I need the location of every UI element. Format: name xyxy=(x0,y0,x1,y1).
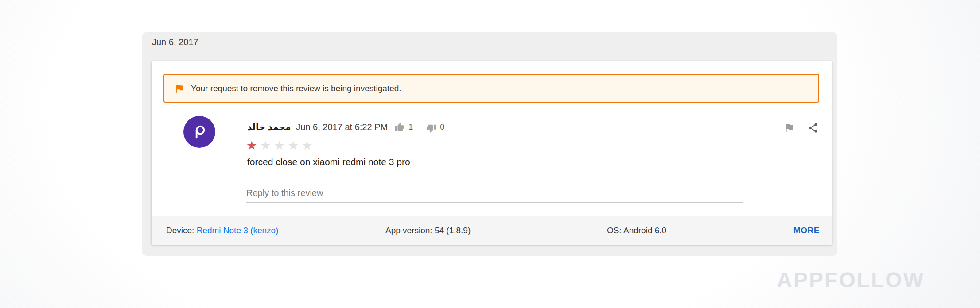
star-empty-icon: ★ xyxy=(288,139,302,152)
star-empty-icon: ★ xyxy=(302,139,315,152)
review-meta-footer: Device: Redmi Note 3 (kenzo) App version… xyxy=(152,216,832,245)
review-author: محمد خالد xyxy=(247,122,291,132)
alert-text: Your request to remove this review is be… xyxy=(191,84,401,93)
group-date-header: Jun 6, 2017 xyxy=(152,36,198,48)
app-version-meta: App version: 54 (1.8.9) xyxy=(385,216,471,245)
review-text: forced close on xiaomi redmi note 3 pro xyxy=(247,157,410,167)
reply-input[interactable] xyxy=(246,184,743,203)
review-group-panel: Jun 6, 2017 Your request to remove this … xyxy=(142,32,837,256)
os-meta: OS: Android 6.0 xyxy=(607,216,666,245)
thumbs-up-count: 1 xyxy=(408,123,413,132)
flag-icon xyxy=(174,83,185,94)
report-flag-button[interactable] xyxy=(783,122,795,134)
device-label: Device: xyxy=(166,226,194,235)
thumbs-up-icon xyxy=(395,122,404,132)
review-actions xyxy=(783,122,819,134)
avatar-letter-meem-icon xyxy=(191,123,208,141)
star-empty-icon: ★ xyxy=(274,139,288,152)
review-date: Jun 6, 2017 at 6:22 PM xyxy=(296,122,388,132)
removal-request-alert: Your request to remove this review is be… xyxy=(163,74,819,103)
review-header: محمد خالد Jun 6, 2017 at 6:22 PM 1 0 xyxy=(247,120,444,134)
star-rating: ★★★★★ xyxy=(246,140,315,152)
thumbs-down-icon xyxy=(426,123,436,133)
star-filled-icon: ★ xyxy=(246,139,260,152)
star-empty-icon: ★ xyxy=(260,139,274,152)
device-link[interactable]: Redmi Note 3 (kenzo) xyxy=(197,226,279,235)
thumbs-down-count: 0 xyxy=(440,123,444,132)
appfollow-watermark: APPFOLLOW xyxy=(777,268,925,292)
device-meta: Device: Redmi Note 3 (kenzo) xyxy=(166,216,278,245)
more-button[interactable]: MORE xyxy=(793,216,820,245)
share-button[interactable] xyxy=(807,122,819,134)
review-card: Your request to remove this review is be… xyxy=(152,61,832,245)
avatar xyxy=(183,116,215,148)
